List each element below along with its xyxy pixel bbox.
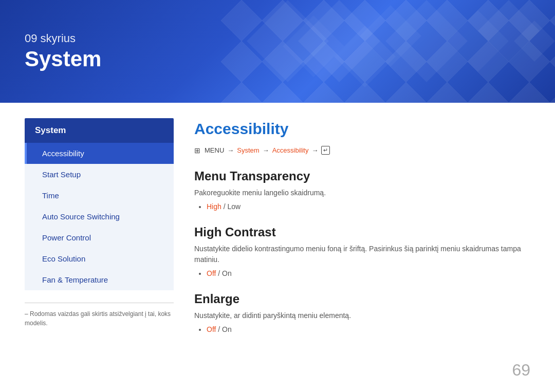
option-low: Low xyxy=(227,202,240,211)
option-slash-0: / xyxy=(221,202,228,211)
option-slash-2: / xyxy=(216,325,222,333)
header-decorative-pattern xyxy=(221,0,555,103)
section-menu-transparency-title: Menu Transparency xyxy=(194,169,530,183)
breadcrumb-sep1: → xyxy=(227,146,234,154)
section-menu-transparency: Menu Transparency Pakoreguokite meniu la… xyxy=(194,169,530,211)
page-number: 69 xyxy=(512,361,530,380)
breadcrumb: ⊞ MENU → System → Accessibility → ↵ xyxy=(194,146,530,155)
page-header: 09 skyrius System xyxy=(0,0,555,103)
option-on-1: On xyxy=(222,269,232,277)
option-off-2: Off xyxy=(207,325,216,333)
breadcrumb-sep3: → xyxy=(311,146,318,154)
section-enlarge-title: Enlarge xyxy=(194,292,530,306)
option-off-1: Off xyxy=(207,269,216,277)
sidebar-item-accessibility[interactable]: Accessibility xyxy=(25,143,174,164)
header-subtitle: 09 skyrius xyxy=(25,31,101,46)
section-enlarge: Enlarge Nustatykite, ar didinti paryškin… xyxy=(194,292,530,333)
breadcrumb-system[interactable]: System xyxy=(237,146,259,154)
section-enlarge-options: Off / On xyxy=(194,325,530,333)
sidebar-item-time[interactable]: Time xyxy=(25,185,174,206)
sidebar-item-auto-source-switching[interactable]: Auto Source Switching xyxy=(25,206,174,227)
section-menu-transparency-options: High / Low xyxy=(194,202,530,211)
section-enlarge-desc: Nustatykite, ar didinti paryškintą meniu… xyxy=(194,310,530,321)
section-high-contrast-options: Off / On xyxy=(194,269,530,277)
breadcrumb-accessibility[interactable]: Accessibility xyxy=(272,146,309,154)
main-content: System Accessibility Start Setup Time Au… xyxy=(0,103,555,392)
content-area: Accessibility ⊞ MENU → System → Accessib… xyxy=(194,118,530,377)
section-menu-transparency-desc: Pakoreguokite meniu langelio skaidrumą. xyxy=(194,188,530,198)
sidebar-item-start-setup[interactable]: Start Setup xyxy=(25,164,174,185)
section-high-contrast-desc: Nustatykite didelio kontrastingumo meniu… xyxy=(194,244,530,265)
enlarge-option: Off / On xyxy=(207,325,530,333)
sidebar-footer-note: Rodomas vaizdas gali skirtis atsižvelgia… xyxy=(25,303,174,328)
sidebar-section-title: System xyxy=(25,118,174,143)
sidebar-item-eco-solution[interactable]: Eco Solution xyxy=(25,248,174,269)
header-title: System xyxy=(25,46,101,71)
sidebar: System Accessibility Start Setup Time Au… xyxy=(25,118,174,377)
breadcrumb-menu: MENU xyxy=(205,146,224,154)
sidebar-item-power-control[interactable]: Power Control xyxy=(25,227,174,248)
option-high: High xyxy=(207,202,221,211)
content-title: Accessibility xyxy=(194,120,530,138)
menu-grid-icon: ⊞ xyxy=(194,146,200,155)
option-on-2: On xyxy=(222,325,232,333)
section-high-contrast-title: High Contrast xyxy=(194,225,530,239)
header-text-block: 09 skyrius System xyxy=(25,31,101,72)
breadcrumb-sep2: → xyxy=(263,146,269,154)
menu-transparency-option: High / Low xyxy=(207,202,530,211)
sidebar-item-fan-temperature[interactable]: Fan & Temperature xyxy=(25,269,174,290)
high-contrast-option: Off / On xyxy=(207,269,530,277)
breadcrumb-enter-icon: ↵ xyxy=(321,146,330,155)
section-high-contrast: High Contrast Nustatykite didelio kontra… xyxy=(194,225,530,277)
option-slash-1: / xyxy=(216,269,222,277)
